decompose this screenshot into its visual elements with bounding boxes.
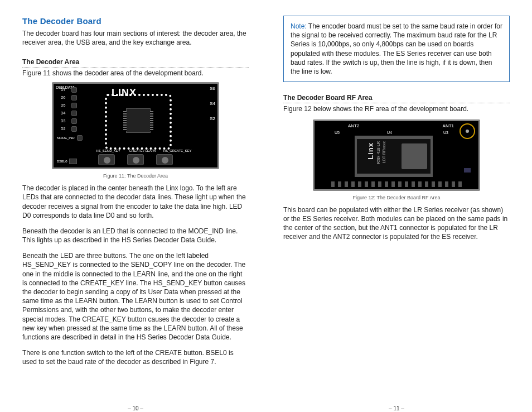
ant1-label: ANT1 <box>443 123 454 130</box>
button-labels: HS_SEND_KEY CREATE / LEARN HS_CREATE_KEY <box>93 148 193 153</box>
led-icon <box>77 135 83 141</box>
pcb-decoder-area: DER DATA LINX D7 D6 D5 D4 D3 D2 S6 S4 S2… <box>52 82 219 169</box>
capacitor-icon <box>464 168 471 173</box>
mode-ind-label: MODE_IND <box>57 135 83 141</box>
bsel-label: BSEL0 <box>57 159 77 164</box>
note-label: Note: <box>291 22 307 30</box>
rf-module-icon: Linx RXM-418-LR LOT RRxxxx <box>355 136 433 177</box>
tact-button-icon <box>127 154 144 165</box>
switch-icon <box>69 159 77 164</box>
paragraph: Beneath the decoder is an LED that is co… <box>22 227 249 245</box>
rf-shield-icon <box>402 143 427 169</box>
led-column: D7 D6 D5 D4 D3 D2 <box>58 87 79 134</box>
u5-label: U5 <box>335 130 340 135</box>
page-right: Note: The encoder board must be set to t… <box>280 16 510 412</box>
led-icon <box>71 126 77 132</box>
module-lot: LOT RRxxxx <box>381 141 386 164</box>
led-icon <box>71 118 77 124</box>
decoder-chip-icon <box>126 108 151 133</box>
note-text: The encoder board must be set to the sam… <box>291 22 502 75</box>
figure-11: DER DATA LINX D7 D6 D5 D4 D3 D2 S6 S4 S2… <box>22 82 249 169</box>
button-row <box>98 154 173 165</box>
subheading-rf-area: The Decoder Board RF Area <box>283 93 510 103</box>
tact-button-icon <box>156 154 173 165</box>
tact-button-icon <box>98 154 115 165</box>
page-number-left: – 10 – <box>22 394 249 413</box>
fig11-lead: Figure 11 shows the decoder area of the … <box>22 69 249 78</box>
pcb-rf-area: ANT2 ANT1 U5 U4 U3 Linx RXM-418-LR LOT R… <box>313 119 480 191</box>
figure-11-caption: Figure 11: The Decoder Area <box>22 173 249 179</box>
figure-12: ANT2 ANT1 U5 U4 U3 Linx RXM-418-LR LOT R… <box>283 119 510 191</box>
led-icon <box>71 95 77 100</box>
led-icon <box>71 87 77 93</box>
u3-label: U3 <box>443 130 448 135</box>
note-box: Note: The encoder board must be set to t… <box>283 16 510 82</box>
section-title: The Decoder Board <box>22 16 249 27</box>
paragraph: Beneath the LED are three buttons. The o… <box>22 251 249 342</box>
paragraph: There is one function switch to the left… <box>22 348 249 366</box>
intro-paragraph: The decoder board has four main sections… <box>22 29 249 47</box>
paragraph: This board can be populated with either … <box>283 205 510 242</box>
s-labels: S6 S4 S2 <box>210 86 215 131</box>
module-pads-icon <box>331 181 462 187</box>
figure-12-caption: Figure 12: The Decoder Board RF Area <box>283 194 510 201</box>
subheading-decoder-area: The Decoder Area <box>22 58 249 68</box>
module-brand: Linx <box>366 142 376 160</box>
led-icon <box>71 111 77 116</box>
led-icon <box>71 103 77 108</box>
u4-label: U4 <box>387 130 392 135</box>
page-left: The Decoder Board The decoder board has … <box>22 16 252 412</box>
paragraph: The decoder is placed in the center bene… <box>22 184 249 220</box>
ant2-label: ANT2 <box>348 123 359 130</box>
page-number-right: – 11 – <box>283 394 510 413</box>
module-part: RXM-418-LR <box>376 141 381 164</box>
sma-connector-icon <box>460 123 475 139</box>
fig12-lead: Figure 12 below shows the RF area of the… <box>283 104 510 113</box>
